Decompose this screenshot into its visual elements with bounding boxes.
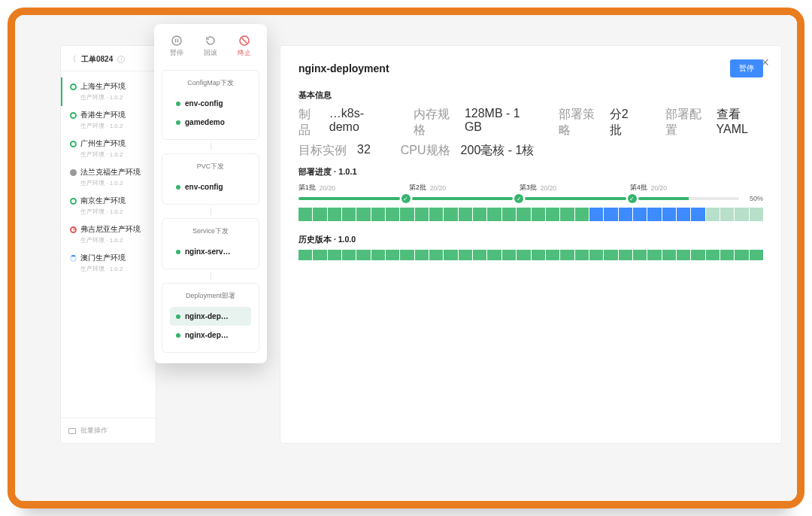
stage-node[interactable]: env-config	[170, 94, 251, 113]
instance-cell[interactable]	[677, 208, 690, 221]
panel-header[interactable]: 〈 工单0824 i	[61, 46, 156, 71]
instance-cell[interactable]	[386, 250, 399, 260]
instance-cell[interactable]	[619, 208, 632, 221]
instance-cell[interactable]	[502, 250, 516, 260]
stage-node[interactable]: gamedemo	[170, 113, 251, 132]
close-icon[interactable]: ×	[761, 55, 769, 71]
instance-cell[interactable]	[487, 208, 501, 221]
instance-cell[interactable]	[575, 250, 589, 260]
info-value[interactable]: …k8s-demo	[329, 107, 383, 138]
instance-cell[interactable]	[502, 208, 516, 221]
instance-cell[interactable]	[706, 208, 720, 221]
environment-item[interactable]: 法兰克福生产环境生产环境 · 1.0.2	[61, 163, 156, 192]
deployment-title: nginx-deployment	[298, 62, 389, 74]
instance-cell[interactable]	[298, 250, 312, 260]
instance-cell[interactable]	[356, 208, 370, 221]
environment-item[interactable]: 香港生产环境生产环境 · 1.0.2	[61, 106, 156, 135]
instance-cell[interactable]	[575, 208, 589, 221]
bullet-icon	[176, 185, 180, 190]
instance-cell[interactable]	[459, 250, 472, 260]
instance-cell[interactable]	[604, 250, 617, 260]
instance-cell[interactable]	[647, 208, 661, 221]
instance-cell[interactable]	[371, 250, 385, 260]
instance-cell[interactable]	[328, 208, 341, 221]
instance-cell[interactable]	[517, 250, 530, 260]
environment-item[interactable]: 澳门生产环境生产环境 · 1.0.2	[61, 249, 156, 278]
instance-cell[interactable]	[662, 208, 676, 221]
instance-cell[interactable]	[444, 250, 457, 260]
instance-cell[interactable]	[459, 208, 472, 221]
instance-cell[interactable]	[342, 208, 356, 221]
instance-cell[interactable]	[750, 208, 763, 221]
node-label: env-config	[185, 183, 223, 191]
instance-cell[interactable]	[604, 208, 617, 221]
instance-cell[interactable]	[356, 250, 370, 260]
progress-track: ✓ ✓ ✓ 50%	[298, 194, 763, 203]
instance-cell[interactable]	[328, 250, 341, 260]
info-value[interactable]: 查看YAML	[717, 107, 763, 138]
instance-cell[interactable]	[487, 250, 501, 260]
instance-cell[interactable]	[720, 250, 734, 260]
environment-item[interactable]: 弗吉尼亚生产环境生产环境 · 1.0.2	[61, 220, 156, 249]
environment-item[interactable]: 上海生产环境生产环境 · 1.0.2	[61, 77, 156, 106]
instance-cell[interactable]	[415, 250, 429, 260]
stage-node[interactable]: nginx-dep…	[170, 326, 251, 345]
instance-grid-current	[298, 208, 763, 221]
instance-cell[interactable]	[386, 208, 399, 221]
instance-cell[interactable]	[532, 250, 545, 260]
instance-cell[interactable]	[647, 250, 661, 260]
instance-cell[interactable]	[415, 208, 429, 221]
stage-node[interactable]: nginx-dep…	[170, 307, 251, 326]
batch-action-label: 批量操作	[80, 426, 108, 436]
instance-cell[interactable]	[313, 208, 326, 221]
instance-cell[interactable]	[342, 250, 356, 260]
instance-cell[interactable]	[691, 250, 704, 260]
check-icon: ✓	[628, 194, 637, 203]
info-value: 32	[357, 143, 371, 159]
instance-cell[interactable]	[546, 250, 559, 260]
pause-button[interactable]: 暂停	[170, 35, 183, 58]
instance-cell[interactable]	[560, 250, 574, 260]
stop-icon	[238, 35, 250, 47]
instance-cell[interactable]	[444, 208, 457, 221]
info-key: 部署配置	[665, 107, 706, 138]
instance-cell[interactable]	[546, 208, 559, 221]
instance-cell[interactable]	[429, 250, 443, 260]
batch-action[interactable]: 批量操作	[61, 417, 156, 443]
info-icon[interactable]: i	[117, 56, 125, 63]
instance-cell[interactable]	[298, 208, 312, 221]
instance-cell[interactable]	[720, 208, 734, 221]
instance-cell[interactable]	[517, 208, 530, 221]
stop-button[interactable]: 终止	[238, 35, 251, 58]
instance-cell[interactable]	[560, 208, 574, 221]
instance-cell[interactable]	[750, 250, 763, 260]
instance-cell[interactable]	[633, 208, 647, 221]
instance-cell[interactable]	[313, 250, 326, 260]
instance-cell[interactable]	[619, 250, 632, 260]
instance-cell[interactable]	[400, 250, 414, 260]
instance-cell[interactable]	[735, 208, 748, 221]
instance-cell[interactable]	[532, 208, 545, 221]
info-value: 128MB - 1 GB	[465, 107, 529, 138]
instance-cell[interactable]	[473, 250, 486, 260]
instance-cell[interactable]	[706, 250, 720, 260]
environment-item[interactable]: 广州生产环境生产环境 · 1.0.2	[61, 135, 156, 163]
stage-node[interactable]: nginx-serv…	[170, 242, 251, 261]
rollback-button[interactable]: 回滚	[204, 35, 217, 58]
instance-cell[interactable]	[691, 208, 704, 221]
instance-cell[interactable]	[589, 250, 603, 260]
instance-cell[interactable]	[633, 250, 647, 260]
info-value: 200毫核 - 1核	[461, 143, 535, 159]
instance-cell[interactable]	[400, 208, 414, 221]
instance-cell[interactable]	[473, 208, 486, 221]
instance-cell[interactable]	[662, 250, 676, 260]
instance-cell[interactable]	[735, 250, 748, 260]
instance-cell[interactable]	[677, 250, 690, 260]
pause-action-button[interactable]: 暂停	[730, 59, 763, 77]
stage-node[interactable]: env-config	[170, 178, 251, 196]
instance-cell[interactable]	[371, 208, 385, 221]
back-chevron-icon[interactable]: 〈	[68, 53, 77, 65]
instance-cell[interactable]	[429, 208, 443, 221]
environment-item[interactable]: 南京生产环境生产环境 · 1.0.2	[61, 192, 156, 220]
instance-cell[interactable]	[589, 208, 603, 221]
